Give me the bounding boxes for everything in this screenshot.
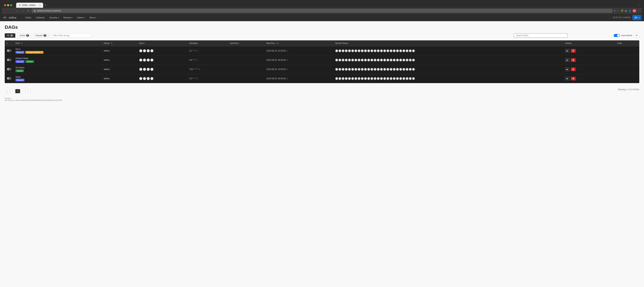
task-circle[interactable] [364,49,367,52]
task-circle[interactable] [380,49,383,52]
task-circle[interactable] [409,77,412,80]
col-owner-header[interactable]: Owner ⇅ [102,40,137,46]
more-actions-button[interactable]: ··· [577,77,580,80]
more-actions-button[interactable]: ··· [577,59,580,61]
runs-info-icon[interactable]: ℹ [144,42,145,44]
forward-button[interactable]: → [20,9,25,13]
task-circle[interactable] [383,77,386,80]
task-circle[interactable] [351,68,354,71]
nav-item-admin[interactable]: Admin ▾ [74,14,87,21]
task-circle[interactable] [342,77,344,80]
more-actions-button[interactable]: ··· [577,49,580,52]
run-circle[interactable] [143,77,146,80]
task-circle[interactable] [351,77,354,80]
filter-tags-input[interactable] [51,33,91,38]
task-circle[interactable] [396,59,399,61]
nav-item-datasets[interactable]: Datasets [34,14,47,21]
task-circle[interactable] [380,59,383,61]
task-circle[interactable] [348,68,351,71]
table-info-icon[interactable]: ℹ [7,42,8,44]
run-circle[interactable] [147,49,150,52]
task-circle[interactable] [386,77,389,80]
task-circle[interactable] [402,77,405,80]
task-circle[interactable] [354,77,357,80]
pagination-prev[interactable]: ‹ [10,89,15,93]
task-circle[interactable] [374,59,376,61]
schedule-info-icon[interactable]: ℹ [199,68,200,70]
task-circle[interactable] [358,59,360,61]
task-circle[interactable] [386,49,389,52]
search-dags-input[interactable] [514,33,568,38]
dag-name[interactable]: GA-4 [16,48,20,50]
dag-toggle-GitHub-Follow[interactable] [7,58,12,61]
bookmark-icon[interactable]: ☆ [617,9,619,12]
dag-toggle-GA-4[interactable] [7,49,12,52]
task-circle[interactable] [390,68,392,71]
recent-tasks-info-icon[interactable]: ℹ [348,42,348,44]
task-circle[interactable] [370,77,373,80]
task-circle[interactable] [406,68,408,71]
trigger-dag-button[interactable]: ▶ [565,49,570,53]
task-circle[interactable] [367,77,370,80]
task-circle[interactable] [338,49,341,52]
task-circle[interactable] [361,49,364,52]
task-circle[interactable] [345,49,348,52]
task-circle[interactable] [380,77,383,80]
task-circle[interactable] [390,59,392,61]
run-circle[interactable] [147,58,150,62]
browser-tab-active[interactable]: DAGs - Airflow ✕ [16,3,43,8]
next-run-row-info-icon[interactable]: ℹ [287,50,288,52]
schedule-info-icon[interactable]: ℹ [197,50,198,52]
schedule-info-icon[interactable]: ℹ [197,77,198,80]
task-circle[interactable] [377,77,380,80]
nav-item-security[interactable]: Security ▾ [47,14,61,21]
task-circle[interactable] [348,59,351,61]
next-run-row-info-icon[interactable]: ℹ [287,59,288,61]
task-circle[interactable] [345,59,348,61]
filter-all-button[interactable]: All 4 [5,33,15,38]
next-run-row-info-icon[interactable]: ℹ [287,68,288,70]
filter-active-button[interactable]: Active 0 [17,33,31,38]
task-circle[interactable] [399,77,402,80]
task-circle[interactable] [374,49,376,52]
task-circle[interactable] [370,68,373,71]
task-circle[interactable] [396,68,399,71]
task-circle[interactable] [409,59,412,61]
task-circle[interactable] [338,59,341,61]
nav-item-docs[interactable]: Docs ▾ [87,14,98,21]
delete-dag-button[interactable]: 🗑 [571,77,576,80]
task-circle[interactable] [412,49,415,52]
task-circle[interactable] [354,59,357,61]
task-circle[interactable] [335,77,338,80]
col-dag-header[interactable]: DAG ⇅ [14,40,102,46]
run-circle[interactable] [150,58,154,62]
task-circle[interactable] [406,49,408,52]
nav-user-button[interactable]: AU ▾ [632,15,641,20]
task-circle[interactable] [354,68,357,71]
pagination-first[interactable]: « [5,89,10,93]
task-circle[interactable] [402,68,405,71]
nav-item-dags[interactable]: DAGs [23,14,34,21]
dag-tag[interactable]: GitHub [16,69,24,72]
dag-tag[interactable]: Discord [16,79,24,81]
task-circle[interactable] [374,68,376,71]
browser-user-avatar[interactable]: AU [632,9,636,13]
last-run-info-icon[interactable]: ℹ [238,42,239,44]
task-circle[interactable] [354,49,357,52]
task-circle[interactable] [367,59,370,61]
back-button[interactable]: ← [15,9,19,13]
nav-item-browse[interactable]: Browse ▾ [61,14,74,21]
trigger-dag-button[interactable]: ▶ [565,67,570,71]
task-circle[interactable] [361,77,364,80]
dag-toggle-Git-Status[interactable] [7,68,12,70]
dag-tag[interactable]: Discord [16,51,24,54]
task-circle[interactable] [358,49,360,52]
extensions-icon[interactable]: 🧩 [620,9,624,12]
task-circle[interactable] [370,49,373,52]
task-circle[interactable] [364,77,367,80]
task-circle[interactable] [367,49,370,52]
run-circle[interactable] [143,68,146,71]
task-circle[interactable] [351,49,354,52]
task-circle[interactable] [386,68,389,71]
run-circle[interactable] [147,77,150,80]
